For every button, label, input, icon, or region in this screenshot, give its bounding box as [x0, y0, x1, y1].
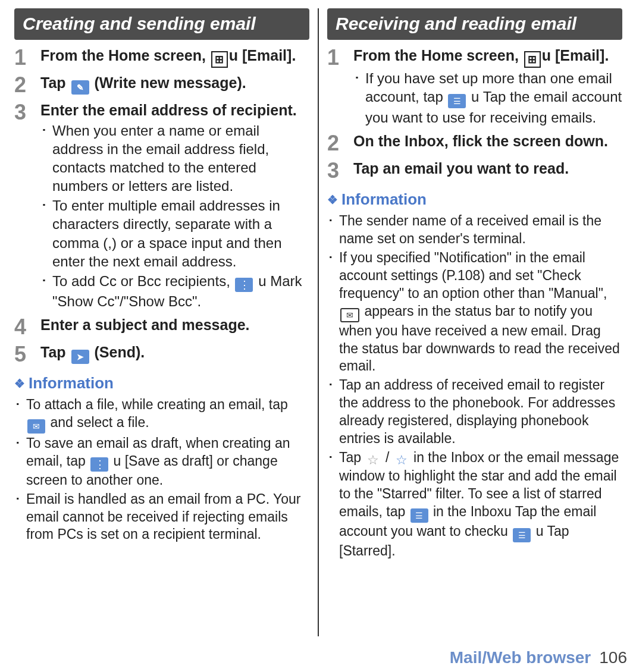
info-item: ･ To save an email as draft, when creati…	[14, 435, 309, 489]
sub-item: ･ When you enter a name or email address…	[40, 121, 309, 196]
bullet: ･	[40, 196, 52, 271]
info-item: ･ The sender name of a received email is…	[327, 212, 622, 248]
step-number: 5	[14, 343, 40, 365]
section-header-right: Receiving and reading email	[327, 8, 622, 40]
bullet: ･	[327, 249, 339, 375]
step-number: 1	[327, 46, 353, 127]
step: 1 From the Home screen, ⊞u [Email]. ･ If…	[327, 46, 622, 127]
step: 3 Enter the email address of recipient. …	[14, 101, 309, 310]
bullet: ･	[327, 212, 339, 248]
step-title: Tap ✎ (Write new message).	[40, 74, 246, 91]
step-title: Tap an email you want to read.	[353, 159, 622, 178]
bullet: ･	[40, 272, 52, 310]
info-item: ･ Tap an address of received email to re…	[327, 376, 622, 448]
hamburger-menu-icon: ☰	[410, 508, 428, 523]
page-content: Creating and sending email 1 From the Ho…	[0, 0, 633, 636]
hamburger-menu-icon: ☰	[513, 528, 531, 542]
information-heading: ❖ Information	[14, 373, 309, 394]
bullet: ･	[14, 396, 26, 434]
step-title: Enter a subject and message.	[40, 315, 309, 335]
overflow-menu-icon: ⋮	[235, 278, 253, 292]
information-heading: ❖ Information	[327, 190, 622, 210]
bullet: ･	[40, 121, 52, 196]
send-icon: ➤	[71, 350, 89, 364]
star-icon: ☆	[394, 453, 409, 467]
bullet: ･	[14, 435, 26, 489]
bullet: ･	[353, 69, 365, 127]
envelope-icon: ✉	[340, 308, 359, 322]
bullet: ･	[327, 376, 339, 448]
star-outline-icon: ☆	[366, 453, 380, 467]
sub-item: ･ If you have set up more than one email…	[353, 69, 622, 127]
page-footer: Mail/Web browser 106	[0, 639, 633, 672]
step: 2 On the Inbox, flick the screen down.	[327, 131, 622, 154]
step-title: From the Home screen, ⊞u [Email].	[40, 47, 296, 64]
step-title: On the Inbox, flick the screen down.	[353, 131, 622, 151]
step: 4 Enter a subject and message.	[14, 315, 309, 338]
info-item: ･ If you specified "Notification" in the…	[327, 249, 622, 375]
left-column: Creating and sending email 1 From the Ho…	[8, 8, 315, 636]
bullet: ･	[327, 449, 339, 560]
diamond-icon: ❖	[14, 376, 25, 391]
hamburger-menu-icon: ☰	[448, 94, 466, 108]
step-title: Enter the email address of recipient.	[40, 101, 309, 120]
attach-icon: ✉	[27, 419, 45, 434]
step-title: Tap ➤ (Send).	[40, 344, 145, 360]
step-number: 3	[14, 101, 40, 310]
step-number: 1	[14, 46, 40, 68]
bullet: ･	[14, 491, 26, 544]
step-number: 2	[327, 131, 353, 154]
info-item: ･ Email is handled as an email from a PC…	[14, 491, 309, 544]
diamond-icon: ❖	[327, 192, 338, 208]
apps-grid-icon: ⊞	[211, 51, 228, 68]
step-number: 2	[14, 73, 40, 96]
step: 5 Tap ➤ (Send).	[14, 343, 309, 365]
page-number: 106	[599, 647, 627, 668]
info-item: ･ To attach a file, while creating an em…	[14, 396, 309, 434]
column-divider	[318, 8, 319, 636]
overflow-menu-icon: ⋮	[90, 457, 108, 472]
compose-icon: ✎	[71, 80, 89, 95]
right-column: Receiving and reading email 1 From the H…	[321, 8, 628, 636]
step-number: 4	[14, 315, 40, 338]
step: 1 From the Home screen, ⊞u [Email].	[14, 46, 309, 68]
footer-section-label: Mail/Web browser	[450, 647, 591, 668]
section-header-left: Creating and sending email	[14, 8, 309, 40]
sub-item: ･ To enter multiple email addresses in c…	[40, 196, 309, 271]
sub-item: ･ To add Cc or Bcc recipients, ⋮ u Mark …	[40, 272, 309, 310]
apps-grid-icon: ⊞	[524, 51, 541, 68]
step-title: From the Home screen, ⊞u [Email].	[353, 46, 622, 68]
step-number: 3	[327, 159, 353, 181]
info-item: ･ Tap ☆ / ☆ in the Inbox or the email me…	[327, 449, 622, 560]
step: 3 Tap an email you want to read.	[327, 159, 622, 181]
step: 2 Tap ✎ (Write new message).	[14, 73, 309, 96]
